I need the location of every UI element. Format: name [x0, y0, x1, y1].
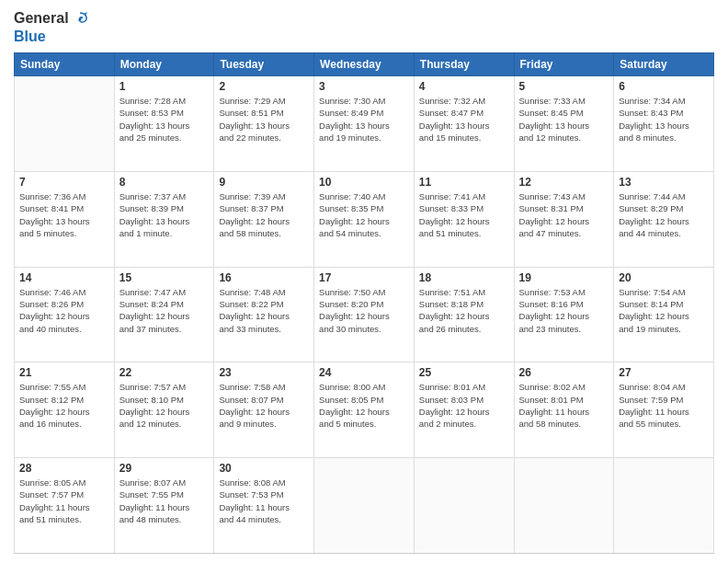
day-number: 3	[319, 80, 409, 93]
calendar-cell: 19Sunrise: 7:53 AMSunset: 8:16 PMDayligh…	[514, 267, 614, 362]
calendar-cell: 13Sunrise: 7:44 AMSunset: 8:29 PMDayligh…	[614, 171, 714, 267]
day-number: 21	[19, 366, 109, 379]
day-info: Sunrise: 7:55 AMSunset: 8:12 PMDaylight:…	[19, 381, 109, 430]
day-info: Sunrise: 7:32 AMSunset: 8:47 PMDaylight:…	[419, 95, 509, 144]
calendar-cell	[314, 458, 415, 554]
day-number: 13	[619, 176, 709, 189]
day-info: Sunrise: 7:43 AMSunset: 8:31 PMDaylight:…	[519, 190, 609, 239]
day-info: Sunrise: 7:53 AMSunset: 8:16 PMDaylight:…	[519, 286, 609, 335]
calendar-cell: 12Sunrise: 7:43 AMSunset: 8:31 PMDayligh…	[514, 171, 614, 267]
calendar-cell: 7Sunrise: 7:36 AMSunset: 8:41 PMDaylight…	[15, 171, 115, 267]
day-info: Sunrise: 7:58 AMSunset: 8:07 PMDaylight:…	[219, 381, 309, 430]
day-info: Sunrise: 7:47 AMSunset: 8:24 PMDaylight:…	[119, 286, 210, 335]
day-info: Sunrise: 7:57 AMSunset: 8:10 PMDaylight:…	[119, 381, 210, 430]
day-number: 1	[119, 80, 210, 93]
calendar-week-row: 7Sunrise: 7:36 AMSunset: 8:41 PMDaylight…	[15, 171, 714, 267]
day-number: 16	[219, 271, 309, 284]
day-number: 23	[219, 366, 309, 379]
day-info: Sunrise: 7:37 AMSunset: 8:39 PMDaylight:…	[119, 190, 210, 239]
day-info: Sunrise: 7:41 AMSunset: 8:33 PMDaylight:…	[419, 190, 509, 239]
day-info: Sunrise: 7:40 AMSunset: 8:35 PMDaylight:…	[319, 190, 409, 239]
weekday-header: Saturday	[614, 53, 714, 76]
page: General Blue SundayMondayTuesdayWednesda…	[0, 0, 728, 563]
calendar-cell: 3Sunrise: 7:30 AMSunset: 8:49 PMDaylight…	[314, 76, 415, 172]
weekday-header: Wednesday	[314, 53, 415, 76]
day-info: Sunrise: 7:51 AMSunset: 8:18 PMDaylight:…	[419, 286, 509, 335]
day-info: Sunrise: 7:34 AMSunset: 8:43 PMDaylight:…	[619, 95, 709, 144]
day-number: 19	[519, 271, 609, 284]
weekday-header: Monday	[114, 53, 214, 76]
calendar-cell: 4Sunrise: 7:32 AMSunset: 8:47 PMDaylight…	[414, 76, 514, 172]
calendar-cell: 11Sunrise: 7:41 AMSunset: 8:33 PMDayligh…	[414, 171, 514, 267]
calendar-cell: 20Sunrise: 7:54 AMSunset: 8:14 PMDayligh…	[614, 267, 714, 362]
calendar-cell: 8Sunrise: 7:37 AMSunset: 8:39 PMDaylight…	[114, 171, 214, 267]
logo-bird-icon	[71, 9, 89, 28]
day-info: Sunrise: 8:04 AMSunset: 7:59 PMDaylight:…	[619, 381, 709, 430]
day-info: Sunrise: 8:08 AMSunset: 7:53 PMDaylight:…	[219, 477, 309, 525]
calendar-cell: 15Sunrise: 7:47 AMSunset: 8:24 PMDayligh…	[114, 267, 214, 362]
calendar-cell: 14Sunrise: 7:46 AMSunset: 8:26 PMDayligh…	[15, 267, 115, 362]
calendar-cell: 30Sunrise: 8:08 AMSunset: 7:53 PMDayligh…	[214, 458, 314, 554]
day-info: Sunrise: 7:39 AMSunset: 8:37 PMDaylight:…	[219, 190, 309, 239]
calendar-cell: 23Sunrise: 7:58 AMSunset: 8:07 PMDayligh…	[214, 362, 314, 458]
calendar-cell: 21Sunrise: 7:55 AMSunset: 8:12 PMDayligh…	[15, 362, 115, 458]
day-number: 8	[119, 176, 210, 189]
day-number: 4	[419, 80, 509, 93]
day-number: 28	[19, 462, 109, 475]
day-number: 18	[419, 271, 509, 284]
weekday-header: Sunday	[15, 53, 115, 76]
day-info: Sunrise: 7:48 AMSunset: 8:22 PMDaylight:…	[219, 286, 309, 335]
day-info: Sunrise: 7:46 AMSunset: 8:26 PMDaylight:…	[19, 286, 109, 335]
weekday-header: Tuesday	[214, 53, 314, 76]
day-info: Sunrise: 7:30 AMSunset: 8:49 PMDaylight:…	[319, 95, 409, 144]
day-info: Sunrise: 8:01 AMSunset: 8:03 PMDaylight:…	[419, 381, 509, 430]
day-number: 29	[119, 462, 210, 475]
weekday-header: Friday	[514, 53, 614, 76]
calendar-cell: 2Sunrise: 7:29 AMSunset: 8:51 PMDaylight…	[214, 76, 314, 172]
day-number: 14	[19, 271, 109, 284]
calendar-week-row: 14Sunrise: 7:46 AMSunset: 8:26 PMDayligh…	[15, 267, 714, 362]
calendar-cell: 1Sunrise: 7:28 AMSunset: 8:53 PMDaylight…	[114, 76, 214, 172]
day-number: 10	[319, 176, 409, 189]
calendar-cell	[514, 458, 614, 554]
header: General Blue	[14, 9, 714, 45]
logo-blue: Blue	[14, 28, 89, 45]
day-number: 6	[619, 80, 709, 93]
day-number: 30	[219, 462, 309, 475]
day-info: Sunrise: 8:02 AMSunset: 8:01 PMDaylight:…	[519, 381, 609, 430]
calendar-cell: 17Sunrise: 7:50 AMSunset: 8:20 PMDayligh…	[314, 267, 415, 362]
day-number: 15	[119, 271, 210, 284]
day-info: Sunrise: 7:44 AMSunset: 8:29 PMDaylight:…	[619, 190, 709, 239]
day-info: Sunrise: 8:05 AMSunset: 7:57 PMDaylight:…	[19, 477, 109, 525]
calendar-cell: 25Sunrise: 8:01 AMSunset: 8:03 PMDayligh…	[414, 362, 514, 458]
calendar-cell: 28Sunrise: 8:05 AMSunset: 7:57 PMDayligh…	[15, 458, 115, 554]
day-info: Sunrise: 7:29 AMSunset: 8:51 PMDaylight:…	[219, 95, 309, 144]
day-number: 12	[519, 176, 609, 189]
day-info: Sunrise: 7:28 AMSunset: 8:53 PMDaylight:…	[119, 95, 210, 144]
calendar-cell: 9Sunrise: 7:39 AMSunset: 8:37 PMDaylight…	[214, 171, 314, 267]
calendar-cell: 29Sunrise: 8:07 AMSunset: 7:55 PMDayligh…	[114, 458, 214, 554]
day-number: 20	[619, 271, 709, 284]
day-number: 17	[319, 271, 409, 284]
calendar-week-row: 21Sunrise: 7:55 AMSunset: 8:12 PMDayligh…	[15, 362, 714, 458]
calendar-cell: 18Sunrise: 7:51 AMSunset: 8:18 PMDayligh…	[414, 267, 514, 362]
calendar-cell: 26Sunrise: 8:02 AMSunset: 8:01 PMDayligh…	[514, 362, 614, 458]
calendar-cell: 27Sunrise: 8:04 AMSunset: 7:59 PMDayligh…	[614, 362, 714, 458]
calendar-cell: 24Sunrise: 8:00 AMSunset: 8:05 PMDayligh…	[314, 362, 415, 458]
logo-container: General Blue	[14, 9, 89, 45]
logo: General Blue	[14, 9, 89, 45]
calendar-cell: 16Sunrise: 7:48 AMSunset: 8:22 PMDayligh…	[214, 267, 314, 362]
calendar-cell: 5Sunrise: 7:33 AMSunset: 8:45 PMDaylight…	[514, 76, 614, 172]
logo-general: General	[14, 9, 69, 27]
calendar-cell: 6Sunrise: 7:34 AMSunset: 8:43 PMDaylight…	[614, 76, 714, 172]
day-number: 2	[219, 80, 309, 93]
calendar-cell	[614, 458, 714, 554]
day-info: Sunrise: 7:54 AMSunset: 8:14 PMDaylight:…	[619, 286, 709, 335]
day-info: Sunrise: 8:07 AMSunset: 7:55 PMDaylight:…	[119, 477, 210, 525]
day-number: 11	[419, 176, 509, 189]
calendar-cell: 22Sunrise: 7:57 AMSunset: 8:10 PMDayligh…	[114, 362, 214, 458]
calendar-week-row: 28Sunrise: 8:05 AMSunset: 7:57 PMDayligh…	[15, 458, 714, 554]
day-number: 25	[419, 366, 509, 379]
calendar-cell	[15, 76, 115, 172]
day-info: Sunrise: 7:33 AMSunset: 8:45 PMDaylight:…	[519, 95, 609, 144]
